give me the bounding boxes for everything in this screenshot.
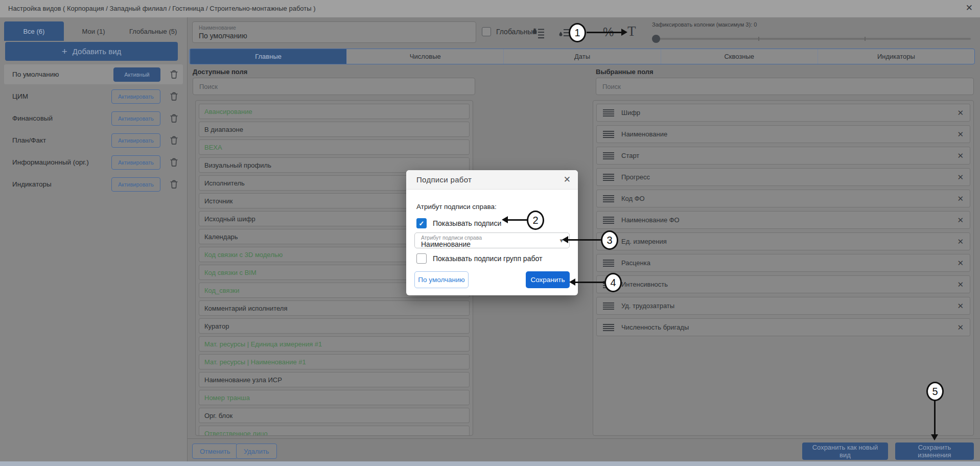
selected-field-row[interactable]: Старт ✕ <box>596 147 970 165</box>
drag-handle-icon[interactable] <box>603 217 614 224</box>
available-field-row[interactable]: Наименование узла ИСР <box>199 372 470 387</box>
available-field-row[interactable]: Мат. ресурсы | Единица измерения #1 <box>199 336 470 352</box>
view-name-input[interactable] <box>199 32 464 40</box>
add-view-button[interactable]: + Добавить вид <box>5 42 178 61</box>
dialog-close-icon[interactable]: ✕ <box>564 174 571 185</box>
show-group-labels-checkbox[interactable]: ✓ Показывать подписи групп работ <box>416 253 542 264</box>
available-field-row[interactable]: ВЕХА <box>199 139 470 155</box>
view-list-item[interactable]: Финансовый Активировать <box>4 108 183 128</box>
field-category-tab[interactable]: Главные <box>190 49 346 64</box>
activate-view-button[interactable]: Активировать <box>111 133 160 148</box>
save-button[interactable]: Сохранить <box>526 271 570 288</box>
available-field-row[interactable]: Куратор <box>199 318 470 334</box>
remove-field-icon[interactable]: ✕ <box>957 173 964 182</box>
available-field-row[interactable]: В диапазоне <box>199 122 470 137</box>
view-list-item[interactable]: ЦИМ Активировать <box>4 86 183 106</box>
global-checkbox[interactable]: Глобальный <box>482 27 536 36</box>
slider-track[interactable] <box>652 38 971 40</box>
work-labels-icon[interactable]: T <box>627 24 636 39</box>
delete-view-icon[interactable] <box>165 114 178 123</box>
selected-search-input[interactable] <box>596 78 974 95</box>
view-list: По умолчанию Активный ЦИМ Активировать Ф <box>4 64 183 194</box>
view-name-field[interactable]: Наименование <box>192 21 476 43</box>
global-checkbox-box[interactable] <box>482 27 491 36</box>
selected-field-row[interactable]: Ед. измерения ✕ <box>596 232 970 250</box>
activate-view-button[interactable]: Активный <box>113 67 160 82</box>
sidebar-tab[interactable]: Мои (1) <box>64 21 124 41</box>
sidebar-tab[interactable]: Все (6) <box>4 21 64 41</box>
selected-field-row[interactable]: Наименование ФО ✕ <box>596 211 970 229</box>
available-field-label: Авансирование <box>204 108 252 115</box>
remove-field-icon[interactable]: ✕ <box>957 280 964 289</box>
activate-view-button[interactable]: Активировать <box>111 177 160 192</box>
fill-rows-icon[interactable] <box>531 27 546 42</box>
view-list-item[interactable]: План/Факт Активировать <box>4 130 183 150</box>
remove-field-icon[interactable]: ✕ <box>957 301 964 311</box>
field-category-tab[interactable]: Числовые <box>346 49 503 64</box>
selected-field-row[interactable]: Уд. трудозатраты ✕ <box>596 297 970 315</box>
slider-thumb[interactable] <box>652 35 660 43</box>
slider-tick <box>758 37 759 41</box>
cancel-button[interactable]: Отменить <box>192 444 238 459</box>
delete-view-icon[interactable] <box>165 70 178 79</box>
default-button[interactable]: По умолчанию <box>414 271 469 288</box>
remove-field-icon[interactable]: ✕ <box>957 151 964 160</box>
selected-field-row[interactable]: Код ФО ✕ <box>596 190 970 207</box>
save-as-new-view-button[interactable]: Сохранить как новый вид <box>802 442 888 460</box>
activate-view-button[interactable]: Активировать <box>111 89 160 104</box>
pin-columns-slider[interactable] <box>652 35 974 43</box>
label-attribute-select[interactable]: Атрибут подписи справа Наименование ▾ <box>414 232 570 248</box>
annotation-arrow-2 <box>507 219 527 221</box>
selected-field-row[interactable]: Интенсивность ✕ <box>596 275 970 293</box>
drag-handle-icon[interactable] <box>603 302 614 310</box>
available-field-label: Исходный шифр <box>204 215 255 223</box>
show-labels-checkbox-box[interactable]: ✓ <box>416 218 427 228</box>
available-field-row[interactable]: Номер транша <box>199 390 470 405</box>
attribute-label: Атрибут подписи справа: <box>416 203 497 211</box>
available-field-row[interactable]: Комментарий исполнителя <box>199 300 470 316</box>
selected-field-row[interactable]: Шифр ✕ <box>596 104 970 122</box>
window-close-icon[interactable]: ✕ <box>966 3 973 13</box>
activate-view-button[interactable]: Активировать <box>111 155 160 170</box>
delete-view-icon[interactable] <box>165 92 178 101</box>
activate-view-button[interactable]: Активировать <box>111 111 160 126</box>
delete-view-icon[interactable] <box>165 180 178 189</box>
drag-handle-icon[interactable] <box>603 152 614 159</box>
delete-view-icon[interactable] <box>165 136 178 145</box>
available-fields-title: Доступные поля <box>193 68 247 76</box>
selected-field-row[interactable]: Прогресс ✕ <box>596 168 970 186</box>
view-list-item[interactable]: Информационный (орг.) Активировать <box>4 152 183 172</box>
available-search-input[interactable] <box>193 78 475 95</box>
save-changes-button[interactable]: Сохранить изменения <box>895 442 974 460</box>
view-list-item[interactable]: По умолчанию Активный <box>4 64 183 84</box>
available-field-row[interactable]: Орг. блок <box>199 408 470 423</box>
available-field-row[interactable]: Ответственное лицо <box>199 426 470 436</box>
remove-field-icon[interactable]: ✕ <box>957 216 964 225</box>
selected-field-row[interactable]: Численность бригады ✕ <box>596 318 970 336</box>
sidebar-tab[interactable]: Глобальные (5) <box>123 21 183 41</box>
show-labels-checkbox[interactable]: ✓ Показывать подписи <box>416 218 501 228</box>
remove-field-icon[interactable]: ✕ <box>957 194 964 203</box>
view-list-item[interactable]: Индикаторы Активировать <box>4 174 183 194</box>
remove-field-icon[interactable]: ✕ <box>957 237 964 246</box>
available-field-row[interactable]: Мат. ресурсы | Наименование #1 <box>199 354 470 369</box>
remove-field-icon[interactable]: ✕ <box>957 130 964 139</box>
drag-handle-icon[interactable] <box>603 174 614 181</box>
field-category-tab[interactable]: Даты <box>503 49 660 64</box>
field-category-tab[interactable]: Индикаторы <box>818 49 974 64</box>
delete-view-icon[interactable] <box>165 158 178 167</box>
drag-handle-icon[interactable] <box>603 109 614 116</box>
drag-handle-icon[interactable] <box>603 195 614 202</box>
remove-field-icon[interactable]: ✕ <box>957 259 964 268</box>
drag-handle-icon[interactable] <box>603 260 614 267</box>
selected-field-row[interactable]: Расценка ✕ <box>596 254 970 272</box>
remove-field-icon[interactable]: ✕ <box>957 323 964 332</box>
field-category-tab[interactable]: Сквозные <box>661 49 818 64</box>
drag-handle-icon[interactable] <box>603 131 614 138</box>
remove-field-icon[interactable]: ✕ <box>957 108 964 118</box>
drag-handle-icon[interactable] <box>603 324 614 331</box>
show-group-labels-checkbox-box[interactable]: ✓ <box>416 253 427 264</box>
selected-field-row[interactable]: Наименование ✕ <box>596 125 970 143</box>
available-field-row[interactable]: Авансирование <box>199 104 470 119</box>
delete-button[interactable]: Удалить <box>236 444 277 459</box>
